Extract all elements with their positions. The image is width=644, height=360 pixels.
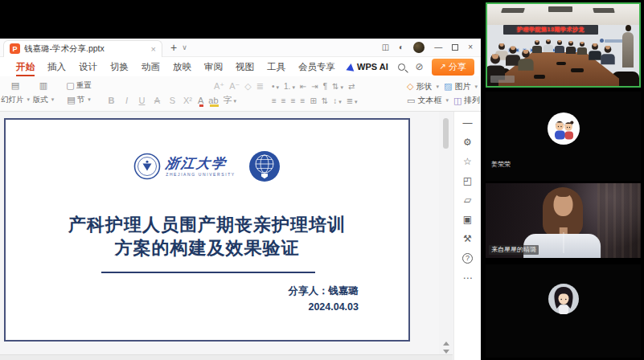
textbox-button[interactable]: ▭文本框: [407, 95, 449, 106]
minimize-button[interactable]: —: [434, 43, 442, 51]
account-avatar[interactable]: [413, 42, 425, 53]
scroll-down-icon[interactable]: [443, 350, 449, 354]
underline-button[interactable]: U: [137, 96, 147, 105]
justify-icon[interactable]: ≡: [301, 96, 306, 105]
bullet-list-icon[interactable]: •: [272, 82, 279, 91]
new-slide-button[interactable]: ▤: [2, 78, 29, 92]
increase-indent-icon[interactable]: ⇥: [311, 82, 318, 91]
video-tile-avatar[interactable]: 姜荣荣: [486, 92, 641, 181]
tab-slideshow[interactable]: 放映: [166, 58, 198, 76]
medical-university-seal-icon: [248, 150, 281, 182]
tab-title: 钱嘉璐-学术分享.pptx: [24, 43, 147, 55]
zju-seal-icon: [133, 153, 161, 180]
tab-transition[interactable]: 切换: [104, 58, 135, 76]
help-icon[interactable]: ?: [462, 253, 473, 264]
scrollbar-thumb[interactable]: [443, 118, 449, 149]
close-button[interactable]: ×: [468, 43, 473, 51]
tab-insert[interactable]: 插入: [41, 58, 72, 76]
video-tile-person[interactable]: 来自星星的晴璐: [486, 183, 641, 258]
room-person: [532, 38, 542, 53]
tab-tools[interactable]: 工具: [260, 58, 292, 76]
section-dropdown[interactable]: ▤节: [58, 92, 100, 107]
highlight-color-button[interactable]: ab: [208, 96, 218, 106]
conference-room-scene: 护理学院第13期学术沙龙: [487, 4, 639, 86]
numbered-list-icon[interactable]: 1.: [284, 82, 295, 91]
paragraph-mark-icon[interactable]: ¶: [323, 82, 327, 91]
italic-button[interactable]: I: [121, 96, 132, 105]
shadow-button[interactable]: S: [167, 96, 178, 105]
share-button[interactable]: ↗ 分享: [432, 59, 474, 76]
decrease-indent-icon[interactable]: ⇤: [300, 82, 306, 91]
reset-button[interactable]: ▢重置: [58, 78, 100, 92]
rotate-icon[interactable]: ≣: [347, 96, 358, 105]
tab-review[interactable]: 审阅: [198, 58, 229, 76]
wps-ai-icon: [346, 63, 355, 71]
favorites-star-icon[interactable]: ☆: [463, 157, 472, 166]
participant-name-label: [490, 76, 515, 83]
university-logos: 浙江大学 ZHEJIANG UNIVERSITY: [6, 150, 408, 182]
align-left-icon[interactable]: ≡: [272, 96, 277, 105]
vertical-scrollbar[interactable]: [439, 112, 453, 360]
distribute-icon[interactable]: ⊞: [310, 96, 316, 105]
line-spacing-icon[interactable]: ⇅: [332, 82, 343, 91]
zju-name-en: ZHEJIANG UNIVERSITY: [166, 173, 236, 177]
document-tab[interactable]: P 钱嘉璐-学术分享.pptx ×: [3, 40, 162, 57]
animation-pane-icon[interactable]: ◰: [463, 176, 472, 186]
align-objects-icon[interactable]: ↕: [333, 96, 342, 105]
align-right-icon[interactable]: ≡: [291, 96, 296, 105]
tab-animation[interactable]: 动画: [135, 58, 166, 76]
wps-window: P 钱嘉璐-学术分享.pptx × + ∨ ◫ ◐ — × 开始 插入 设计 切…: [0, 39, 481, 360]
participant-name-label: 来自星星的晴璐: [489, 245, 539, 255]
new-tab-button[interactable]: +: [170, 42, 177, 53]
character-effect-button[interactable]: 字: [224, 94, 237, 107]
font-group: A⁺ A⁻ ◇ ≣ B I U A S X² A ab 字: [105, 78, 265, 109]
media-pane-icon[interactable]: ▣: [463, 215, 472, 224]
eye-protect-icon[interactable]: ⊘: [416, 61, 424, 72]
tab-view[interactable]: 视图: [229, 58, 260, 76]
slide-dropdown[interactable]: 幻灯片: [2, 92, 29, 107]
video-tile-avatar-2[interactable]: [486, 264, 641, 358]
skin-theme-icon[interactable]: ◐: [399, 43, 404, 51]
wps-ai-button[interactable]: WPS AI: [342, 62, 393, 72]
collapse-panel-icon[interactable]: —: [463, 118, 473, 128]
more-panels-icon[interactable]: ⋯: [463, 273, 473, 283]
strikethrough-button[interactable]: A: [152, 96, 162, 105]
shrink-font-icon[interactable]: A⁻: [229, 82, 240, 91]
layout-dropdown[interactable]: 版式: [31, 92, 56, 107]
shapes-button[interactable]: ◇形状: [407, 81, 439, 92]
title-divider: [101, 272, 315, 273]
superscript-button[interactable]: X²: [183, 96, 193, 105]
align-center-icon[interactable]: ≡: [281, 96, 286, 105]
bold-button[interactable]: B: [106, 96, 117, 105]
tools-pane-icon[interactable]: ⚒: [463, 234, 472, 243]
clear-format-icon[interactable]: ◇: [244, 82, 251, 91]
zhejiang-university-logo: 浙江大学 ZHEJIANG UNIVERSITY: [133, 153, 236, 180]
layout-button-icon[interactable]: ▥: [31, 78, 56, 92]
ppt-file-icon: P: [10, 43, 20, 54]
search-icon[interactable]: [398, 63, 405, 71]
scroll-up-icon[interactable]: [443, 342, 449, 346]
properties-icon[interactable]: ⚙: [463, 137, 472, 147]
tab-design[interactable]: 设计: [72, 58, 104, 76]
design-pane-icon[interactable]: ▱: [464, 195, 471, 205]
tab-list-dropdown-icon[interactable]: ∨: [182, 43, 187, 51]
slide-title: 产科护理人员围产期丧亲护理培训 方案的构建及效果验证: [6, 213, 408, 260]
split-view-icon[interactable]: ◫: [382, 43, 389, 51]
slide-canvas[interactable]: 浙江大学 ZHEJIANG UNIVERSITY: [4, 118, 410, 342]
maximize-button[interactable]: [452, 44, 458, 51]
video-tile-conference-room[interactable]: 护理学院第13期学术沙龙: [486, 2, 641, 88]
tab-membership[interactable]: 会员专享: [292, 58, 342, 76]
document-area: 浙江大学 ZHEJIANG UNIVERSITY: [0, 112, 481, 360]
room-person: [566, 39, 576, 54]
grow-font-icon[interactable]: A⁺: [214, 82, 224, 91]
text-settings-icon[interactable]: ≣: [256, 82, 264, 91]
tab-close-icon[interactable]: ×: [151, 44, 156, 54]
tab-home[interactable]: 开始: [10, 58, 41, 76]
video-feed-column: 护理学院第13期学术沙龙: [483, 0, 644, 360]
arrange-button[interactable]: ◫排列: [453, 95, 487, 106]
columns-icon[interactable]: ⇅: [322, 96, 328, 105]
picture-button[interactable]: ▨图片: [444, 81, 478, 92]
room-person: [577, 39, 587, 55]
text-direction-icon[interactable]: ⇄: [348, 82, 355, 91]
font-color-button[interactable]: A: [198, 96, 203, 106]
